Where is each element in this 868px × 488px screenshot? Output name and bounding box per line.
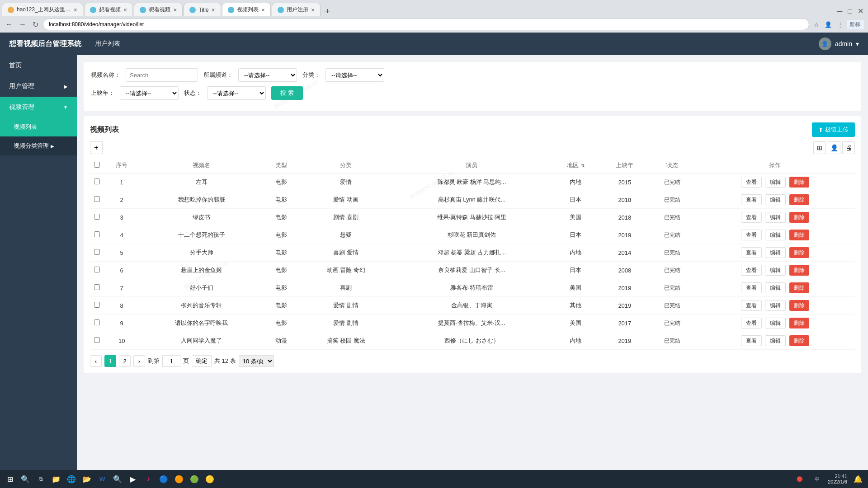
view-button[interactable]: 查看: [741, 335, 762, 346]
back-button[interactable]: ←: [4, 19, 14, 29]
extension-btn[interactable]: ⋮: [835, 20, 845, 29]
view-button[interactable]: 查看: [741, 230, 762, 240]
search-button[interactable]: 搜 索: [271, 86, 303, 100]
row-checkbox[interactable]: [94, 267, 100, 272]
view-button[interactable]: 查看: [741, 318, 762, 328]
tab-close-icon[interactable]: ×: [261, 6, 265, 14]
view-button[interactable]: 查看: [741, 194, 762, 205]
row-checkbox[interactable]: [94, 231, 100, 237]
delete-button[interactable]: 删除: [789, 282, 809, 293]
ime-button[interactable]: 中: [811, 473, 823, 485]
url-input[interactable]: [43, 19, 809, 30]
edit-button[interactable]: 编辑: [765, 247, 786, 258]
view-button[interactable]: 查看: [741, 282, 762, 293]
minimize-btn[interactable]: ─: [835, 6, 844, 16]
row-checkbox[interactable]: [94, 178, 100, 184]
year-select[interactable]: --请选择--: [120, 86, 179, 100]
notification-area[interactable]: 🔴: [793, 473, 806, 485]
sidebar-item-video-category[interactable]: 视频分类管理 ▶: [0, 136, 77, 155]
select-all-checkbox[interactable]: [94, 162, 100, 168]
channel-select[interactable]: --请选择--: [238, 68, 297, 82]
next-page-button[interactable]: ›: [133, 355, 145, 367]
app4-taskbar-button[interactable]: 🟡: [203, 473, 216, 485]
tab-close-icon[interactable]: ×: [74, 6, 77, 14]
sidebar-item-home[interactable]: 首页: [0, 55, 77, 76]
tab-video1[interactable]: 想看视频 ×: [84, 3, 133, 16]
new-tab-button[interactable]: +: [321, 7, 334, 16]
edit-button[interactable]: 编辑: [765, 230, 786, 240]
delete-button[interactable]: 删除: [789, 335, 809, 346]
forward-button[interactable]: →: [17, 19, 28, 29]
tab-close-icon[interactable]: ×: [173, 6, 177, 14]
delete-button[interactable]: 删除: [789, 212, 809, 223]
page-input[interactable]: [162, 355, 180, 367]
refresh-button[interactable]: ↻: [31, 19, 40, 30]
maximize-btn[interactable]: □: [846, 6, 854, 16]
upload-button[interactable]: ⬆ 极链上传: [812, 122, 855, 137]
search-taskbar-button[interactable]: 🔍: [19, 473, 32, 485]
start-button[interactable]: ⊞: [4, 473, 16, 485]
sidebar-item-video-list[interactable]: 视频列表: [0, 117, 77, 136]
tab-video-list[interactable]: 视频列表 ×: [222, 3, 271, 16]
edit-button[interactable]: 编辑: [765, 265, 786, 276]
tab-close-icon[interactable]: ×: [212, 6, 215, 14]
user-info[interactable]: 👤 admin ▾: [819, 38, 859, 50]
category-select[interactable]: --请选择--: [326, 68, 384, 82]
folder-taskbar-button[interactable]: 📁: [50, 473, 62, 485]
app3-taskbar-button[interactable]: 🟢: [188, 473, 201, 485]
delete-button[interactable]: 删除: [789, 318, 809, 328]
tab-close-icon[interactable]: ×: [311, 6, 315, 14]
view-button[interactable]: 查看: [741, 300, 762, 311]
view-button[interactable]: 查看: [741, 212, 762, 223]
row-checkbox[interactable]: [94, 302, 100, 308]
bookmark-btn[interactable]: ☆: [812, 20, 821, 29]
delete-button[interactable]: 删除: [789, 230, 809, 240]
sidebar-item-user-mgmt[interactable]: 用户管理 ▶: [0, 76, 77, 97]
tab-close-icon[interactable]: ×: [123, 6, 127, 14]
notification-button[interactable]: 🔔: [852, 473, 864, 485]
print-button[interactable]: 🖨: [842, 141, 855, 154]
view-button[interactable]: 查看: [741, 247, 762, 258]
search2-taskbar-button[interactable]: 🔍: [111, 473, 124, 485]
user-btn[interactable]: 👤: [823, 20, 834, 29]
edit-button[interactable]: 编辑: [765, 194, 786, 205]
app2-taskbar-button[interactable]: 🟠: [173, 473, 185, 485]
page-1-button[interactable]: 1: [104, 355, 116, 367]
delete-button[interactable]: 删除: [789, 194, 809, 205]
view-button[interactable]: 查看: [741, 177, 762, 188]
media-taskbar-button[interactable]: ▶: [127, 473, 139, 485]
row-checkbox[interactable]: [94, 214, 100, 220]
edit-button[interactable]: 编辑: [765, 335, 786, 346]
delete-button[interactable]: 删除: [789, 300, 809, 311]
prev-page-button[interactable]: ‹: [90, 355, 102, 367]
edit-button[interactable]: 编辑: [765, 318, 786, 328]
row-checkbox[interactable]: [94, 337, 100, 343]
tab-hao123[interactable]: hao123_上网从这里开始 ×: [2, 3, 83, 16]
music-taskbar-button[interactable]: ♪: [142, 473, 155, 485]
new-tab-label[interactable]: 新标·: [847, 20, 864, 29]
delete-button[interactable]: 删除: [789, 177, 809, 188]
edit-button[interactable]: 编辑: [765, 177, 786, 188]
edit-button[interactable]: 编辑: [765, 212, 786, 223]
tab-title[interactable]: Title ×: [184, 3, 221, 16]
video-name-input[interactable]: [126, 68, 198, 82]
app1-taskbar-button[interactable]: 🔵: [157, 473, 170, 485]
add-button[interactable]: +: [90, 141, 103, 154]
sidebar-item-video-mgmt[interactable]: 视频管理 ▼: [0, 97, 77, 117]
page-confirm-button[interactable]: 确定: [192, 355, 212, 367]
tab-video2[interactable]: 想看视频 ×: [134, 3, 183, 16]
row-checkbox[interactable]: [94, 284, 100, 290]
explorer-taskbar-button[interactable]: 📂: [80, 473, 93, 485]
status-select[interactable]: --请选择--: [207, 86, 266, 100]
edit-button[interactable]: 编辑: [765, 300, 786, 311]
user-icon-button[interactable]: 👤: [828, 141, 840, 154]
close-btn[interactable]: ✕: [856, 6, 865, 16]
page-2-button[interactable]: 2: [119, 355, 131, 367]
delete-button[interactable]: 删除: [789, 265, 809, 276]
edit-button[interactable]: 编辑: [765, 282, 786, 293]
row-checkbox[interactable]: [94, 249, 100, 255]
task-view-button[interactable]: ⧉: [34, 473, 47, 485]
row-checkbox[interactable]: [94, 196, 100, 202]
row-checkbox[interactable]: [94, 319, 100, 325]
edge-taskbar-button[interactable]: 🌐: [65, 473, 78, 485]
